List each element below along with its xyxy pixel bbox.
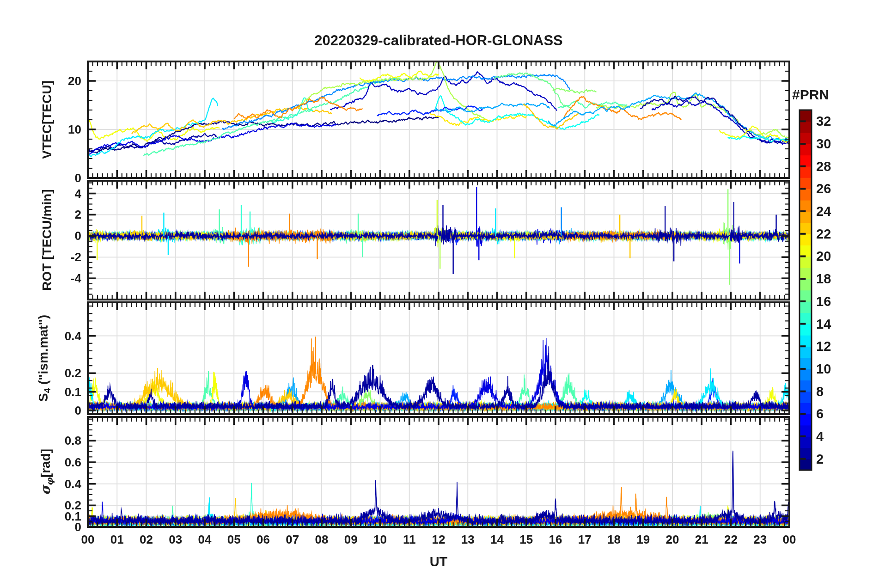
y-tick-label: 0.6	[31, 454, 81, 470]
chart-canvas	[0, 0, 879, 588]
y-axis-label-vtec: VTEC[TECU]	[40, 80, 57, 159]
colorbar-tick-label: 14	[816, 316, 853, 332]
y-tick-label: 20	[31, 73, 81, 89]
figure: 20220329-calibrated-HOR-GLONASS UT #PRN …	[0, 0, 879, 588]
y-axis-label-text: VTEC[TECU]	[40, 80, 54, 159]
x-axis-label: UT	[430, 554, 448, 570]
colorbar-tick-label: 30	[816, 135, 853, 152]
y-tick-label: -2	[31, 249, 81, 265]
colorbar-tick-label: 10	[816, 361, 853, 377]
y-tick-label: 10	[31, 122, 81, 137]
y-tick-label: 0.4	[31, 476, 81, 492]
colorbar-tick-label: 28	[816, 158, 853, 175]
colorbar-tick-label: 2	[816, 451, 853, 467]
y-tick-label: 0	[31, 170, 81, 186]
colorbar-tick-label: 18	[816, 270, 853, 287]
y-tick-label: 4	[31, 186, 81, 202]
colorbar-tick-label: 24	[816, 203, 853, 220]
x-tick-label: 00	[769, 532, 810, 547]
colorbar-tick-label: 6	[816, 405, 853, 422]
colorbar-tick-label: 8	[816, 383, 853, 400]
colorbar-title: #PRN	[792, 87, 829, 103]
y-tick-label: 0.4	[31, 328, 81, 344]
y-tick-label: 0	[31, 228, 81, 244]
y-tick-label: 0.8	[31, 433, 81, 448]
y-tick-label: 0.1	[31, 384, 81, 400]
colorbar-tick-label: 22	[816, 226, 853, 242]
y-tick-label: 0.2	[31, 497, 81, 513]
chart-title: 20220329-calibrated-HOR-GLONASS	[314, 32, 563, 49]
y-tick-label: 0.2	[31, 365, 81, 381]
y-tick-label: -4	[31, 270, 81, 286]
colorbar-tick-label: 12	[816, 338, 853, 355]
y-tick-label: 2	[31, 207, 81, 222]
y-tick-label: 0	[31, 403, 81, 418]
colorbar-tick-label: 32	[816, 113, 853, 129]
colorbar-tick-label: 4	[816, 428, 853, 445]
colorbar-tick-label: 26	[816, 180, 853, 197]
colorbar-tick-label: 20	[816, 248, 853, 264]
colorbar-tick-label: 16	[816, 293, 853, 310]
